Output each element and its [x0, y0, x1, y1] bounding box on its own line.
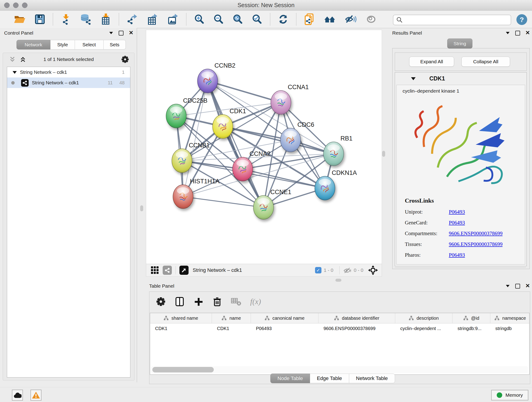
table-cell[interactable]: CDK1 — [212, 323, 251, 333]
bottom-splitter-handle[interactable] — [336, 279, 341, 282]
column-header-shared-name[interactable]: shared name — [150, 313, 212, 323]
table-settings-gear-icon[interactable] — [156, 297, 166, 307]
tab-sets[interactable]: Sets — [104, 40, 126, 50]
save-session-button[interactable] — [30, 14, 50, 24]
network-node-CDC25B[interactable] — [166, 104, 186, 128]
network-node-CDC6[interactable] — [280, 128, 301, 152]
export-image-button[interactable] — [163, 14, 183, 25]
panel-menu-icon[interactable] — [505, 30, 510, 35]
network-node-CDKN1A[interactable] — [315, 176, 335, 200]
search-box[interactable] — [393, 15, 511, 25]
collapse-all-button[interactable]: Collapse All — [462, 57, 510, 67]
panel-menu-icon[interactable] — [109, 30, 114, 35]
crosslink-link[interactable]: P06493 — [449, 209, 465, 215]
network-edge[interactable] — [243, 169, 325, 188]
open-in-window-button[interactable] — [179, 266, 189, 275]
panel-close-icon[interactable]: ✕ — [525, 283, 530, 288]
table-cell[interactable]: 9606.ENSP00000378699 — [318, 323, 395, 333]
network-node-CCNB2[interactable] — [197, 69, 218, 93]
panel-close-icon[interactable]: ✕ — [525, 30, 530, 35]
network-node-CCNE1[interactable] — [253, 196, 273, 219]
right-splitter-handle[interactable] — [382, 151, 385, 157]
results-scrollbar[interactable] — [395, 266, 526, 268]
column-header-database-identifier[interactable]: database identifier — [318, 313, 395, 323]
table-cell[interactable]: cyclin–dependent ... — [395, 323, 452, 333]
network-collection-row[interactable]: String Network – cdk1 1 — [7, 67, 130, 77]
left-splitter-handle[interactable] — [140, 205, 143, 211]
first-neighbors-button[interactable] — [319, 14, 341, 24]
delete-table-icon[interactable] — [231, 297, 241, 306]
zoom-selected-button[interactable] — [247, 14, 267, 24]
import-network-button[interactable] — [56, 14, 76, 25]
table-hscrollbar-thumb[interactable] — [152, 367, 214, 372]
tab-string[interactable]: String — [447, 38, 472, 49]
memory-button[interactable]: Memory — [491, 390, 528, 400]
network-node-CCNA1[interactable] — [271, 90, 291, 114]
table-cell[interactable]: CDK1 — [150, 323, 212, 333]
fit-content-crosshair-icon[interactable] — [368, 265, 378, 275]
import-database-button[interactable] — [76, 14, 96, 25]
crosslink-link[interactable]: 9606.ENSP00000378699 — [449, 230, 503, 236]
panel-close-icon[interactable]: ✕ — [128, 30, 133, 35]
tab-edge-table[interactable]: Edge Table — [310, 374, 349, 383]
network-options-gear-icon[interactable] — [121, 55, 129, 64]
tab-network[interactable]: Network — [17, 40, 51, 50]
table-cell[interactable]: stringdb — [490, 323, 530, 333]
gene-section-header[interactable]: CDK1 — [395, 72, 526, 84]
zoom-in-button[interactable] — [190, 14, 209, 24]
birds-eye-grid-icon[interactable] — [151, 266, 159, 274]
hidden-eye-icon[interactable] — [343, 267, 351, 274]
table-cell[interactable]: stringdb:9... — [452, 323, 490, 333]
zoom-out-button[interactable] — [209, 14, 228, 24]
show-columns-icon[interactable] — [175, 297, 185, 307]
panel-menu-icon[interactable] — [505, 283, 510, 288]
open-file-button[interactable] — [9, 14, 30, 24]
share-network-button[interactable] — [163, 266, 172, 275]
function-builder-button[interactable]: f(x) — [250, 297, 261, 306]
network-canvas[interactable]: CCNB2CCNA1CDC25BCDK1CDC6RB1CCNB1CCNA2CDK… — [146, 30, 382, 264]
column-header-namespace[interactable]: namespace — [490, 313, 530, 323]
import-table-button[interactable] — [96, 13, 115, 25]
column-header-canonical-name[interactable]: canonical name — [251, 313, 318, 323]
column-header--id[interactable]: @id — [452, 313, 490, 323]
selected-nodes-checkbox[interactable]: ✓ — [315, 267, 322, 274]
network-edge[interactable] — [208, 81, 281, 102]
new-network-from-selection-button[interactable] — [300, 13, 319, 25]
network-edge[interactable] — [208, 81, 264, 207]
network-node-CDK1[interactable] — [213, 115, 233, 138]
network-row[interactable]: String Network – cdk1 11 48 — [7, 77, 130, 88]
export-network-button[interactable] — [122, 14, 143, 25]
tab-select[interactable]: Select — [75, 40, 104, 50]
crosslink-link[interactable]: P06493 — [449, 252, 465, 258]
hide-selected-button[interactable] — [341, 14, 361, 24]
search-input[interactable] — [403, 17, 511, 23]
crosslink-link[interactable]: 9606.ENSP00000378699 — [449, 241, 503, 247]
expand-all-button[interactable]: Expand All — [409, 57, 454, 67]
tab-node-table[interactable]: Node Table — [270, 374, 310, 383]
tree-expand-caret-icon[interactable] — [13, 71, 17, 76]
export-table-button[interactable] — [143, 14, 163, 25]
add-column-plus-icon[interactable] — [193, 297, 203, 307]
network-node-CCNA2[interactable] — [233, 157, 253, 181]
cloud-button[interactable] — [12, 390, 23, 401]
network-edge[interactable] — [183, 197, 264, 207]
panel-float-icon[interactable] — [515, 284, 520, 288]
warning-button[interactable] — [31, 390, 41, 401]
network-node-HIST1H1A[interactable] — [173, 185, 193, 209]
section-collapse-caret-icon[interactable] — [411, 77, 416, 83]
network-node-RB1[interactable] — [323, 142, 344, 166]
column-header-name[interactable]: name — [212, 313, 251, 323]
panel-float-icon[interactable] — [515, 31, 520, 36]
show-all-button[interactable] — [361, 14, 381, 24]
column-header-description[interactable]: description — [395, 313, 452, 323]
refresh-button[interactable] — [273, 14, 293, 24]
zoom-fit-button[interactable] — [228, 14, 247, 24]
network-node-CCNB1[interactable] — [172, 149, 192, 172]
panel-float-icon[interactable] — [119, 31, 123, 36]
help-button[interactable]: ? — [516, 14, 527, 25]
table-row[interactable]: CDK1CDK1P064939606.ENSP00000378699cyclin… — [150, 323, 529, 333]
tab-style[interactable]: Style — [51, 40, 75, 50]
crosslink-link[interactable]: P06493 — [449, 220, 465, 226]
tab-network-table[interactable]: Network Table — [349, 374, 395, 383]
delete-column-trash-icon[interactable] — [212, 297, 222, 307]
